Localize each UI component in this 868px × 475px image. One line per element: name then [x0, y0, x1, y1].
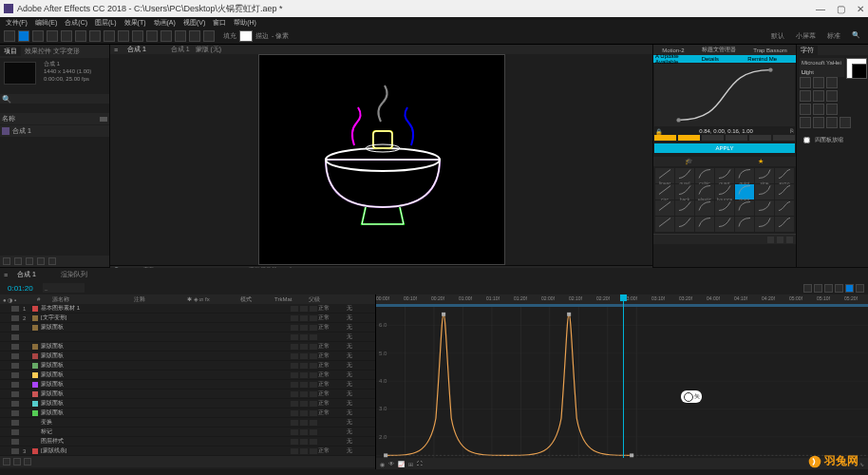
kerning-icon[interactable] [826, 77, 838, 88]
annotation-bubble[interactable]: 矢 [681, 390, 702, 403]
layer-switch[interactable] [310, 372, 317, 378]
stamp-tool[interactable] [160, 30, 172, 42]
ease-preset[interactable]: circ [655, 184, 674, 200]
layer-color-label[interactable] [32, 363, 38, 369]
blend-mode[interactable]: 正常 [318, 408, 347, 417]
proj-footer-btn[interactable] [26, 257, 33, 265]
leading-icon[interactable] [813, 77, 824, 88]
apply-button[interactable]: APPLY [654, 143, 795, 153]
layer-switch[interactable] [291, 391, 298, 397]
visibility-toggle[interactable] [11, 372, 19, 378]
layer-switch[interactable] [300, 334, 308, 340]
visibility-toggle[interactable] [11, 315, 19, 321]
layer-switch[interactable] [300, 363, 308, 369]
ease-info-icon[interactable] [777, 237, 783, 243]
layer-name[interactable]: 蒙版面板 [41, 370, 290, 379]
layer-row[interactable]: 蒙版面板 正常 无 [0, 323, 375, 332]
stroke-color-swatch[interactable] [852, 64, 867, 79]
layer-switch[interactable] [310, 448, 317, 454]
ease-preset[interactable] [775, 200, 794, 216]
layer-switch[interactable] [291, 372, 298, 378]
ge-ease-icon[interactable]: ∿ [859, 461, 864, 467]
layer-switch[interactable] [310, 315, 317, 321]
menu-edit[interactable]: 编辑(E) [35, 18, 57, 28]
layer-switch[interactable] [300, 429, 308, 435]
layer-name[interactable]: 基本图形素材 1 [41, 304, 290, 313]
workspace-standard[interactable]: 标准 [823, 31, 844, 41]
ease-preset[interactable]: bounce [715, 184, 734, 200]
layer-switch[interactable] [310, 420, 317, 426]
layer-row[interactable]: 1 基本图形素材 1 正常 无 [0, 304, 375, 314]
ease-preset[interactable] [755, 184, 774, 200]
parent-link[interactable]: 无 [347, 361, 375, 370]
visibility-toggle[interactable] [11, 382, 19, 388]
visibility-toggle[interactable] [11, 420, 19, 426]
layer-name[interactable]: 蒙版面板 [41, 361, 290, 370]
layer-switch[interactable] [291, 325, 298, 331]
ease-preset[interactable]: sine [755, 168, 774, 183]
layer-name[interactable]: [蒙版线条] [41, 446, 290, 455]
layer-switch[interactable] [300, 391, 308, 397]
tl-foot-toggle[interactable] [24, 458, 31, 466]
ease-preset[interactable]: elastic [695, 184, 714, 200]
layer-switch[interactable] [310, 410, 317, 416]
hscale-icon[interactable] [826, 90, 838, 102]
lock-icon[interactable]: 🔒 [655, 128, 662, 135]
layer-name[interactable]: 蒙版面板 [41, 399, 290, 408]
layer-color-label[interactable] [32, 429, 38, 435]
blend-mode[interactable]: 正常 [318, 352, 347, 360]
visibility-toggle[interactable] [11, 325, 19, 331]
maximize-button[interactable]: ▢ [837, 4, 845, 14]
parent-link[interactable]: 无 [347, 370, 375, 379]
proj-trash-icon[interactable] [48, 257, 56, 265]
close-button[interactable]: ✕ [857, 4, 864, 14]
ease-preset[interactable]: expo [775, 168, 794, 183]
parent-link[interactable]: 无 [347, 380, 375, 389]
menu-anim[interactable]: 动画(A) [154, 18, 176, 28]
layer-switch[interactable] [291, 344, 298, 350]
ease-preset[interactable] [735, 217, 754, 232]
layer-row[interactable]: 蒙版面板 正常 无 [0, 342, 375, 352]
ease-preset[interactable] [755, 200, 774, 216]
font-style[interactable]: Light [800, 67, 844, 77]
ease-preset[interactable] [675, 217, 694, 232]
blend-mode[interactable]: 正常 [318, 361, 347, 370]
comp-tab[interactable]: 合成 1 [122, 45, 152, 54]
layer-switch[interactable] [291, 363, 298, 369]
layer-color-label[interactable] [32, 372, 38, 378]
tl-switch-icon[interactable] [814, 284, 822, 293]
layer-row[interactable]: 蒙版面板 正常 无 [0, 380, 375, 390]
layer-color-label[interactable] [32, 401, 38, 407]
layer-row[interactable]: 蒙版面板 正常 无 [0, 361, 375, 370]
layer-name[interactable]: 蒙版面板 [41, 342, 290, 351]
layer-color-label[interactable] [32, 315, 38, 321]
visibility-toggle[interactable] [11, 401, 19, 407]
vscale-icon[interactable] [813, 90, 824, 102]
selection-tool[interactable] [18, 30, 29, 42]
brush-tool[interactable] [146, 30, 158, 42]
ease-preset[interactable] [775, 184, 794, 200]
menu-window[interactable]: 窗口 [213, 18, 226, 28]
layer-row[interactable]: 蒙版面板 正常 无 [0, 352, 375, 361]
blend-mode[interactable]: 正常 [318, 390, 347, 398]
parent-link[interactable]: 无 [347, 304, 375, 313]
caps-icon[interactable] [826, 117, 838, 128]
ge-graph-icon[interactable]: 📈 [398, 461, 405, 467]
project-tab[interactable]: 项目 [0, 47, 21, 56]
preset-tab-favorites[interactable]: ★ [725, 157, 796, 166]
tl-switch-icon[interactable] [856, 284, 864, 293]
blend-mode[interactable]: 正常 [318, 323, 347, 332]
layer-row[interactable]: 图层样式 无 [0, 437, 375, 446]
layer-name[interactable]: 变换 [41, 418, 290, 427]
blend-mode[interactable]: 正常 [318, 342, 347, 351]
layer-switch[interactable] [310, 325, 317, 331]
comp-viewer[interactable] [110, 54, 652, 265]
layer-name[interactable]: 蒙版面板 [41, 323, 290, 332]
layer-switch[interactable] [291, 401, 298, 407]
tracking-icon[interactable] [800, 90, 811, 102]
ge-eye-icon[interactable]: 👁 [388, 461, 394, 466]
menu-effect[interactable]: 效果(T) [124, 18, 146, 28]
layer-switch[interactable] [310, 306, 317, 312]
layer-switch[interactable] [310, 382, 317, 388]
layer-switch[interactable] [300, 401, 308, 407]
